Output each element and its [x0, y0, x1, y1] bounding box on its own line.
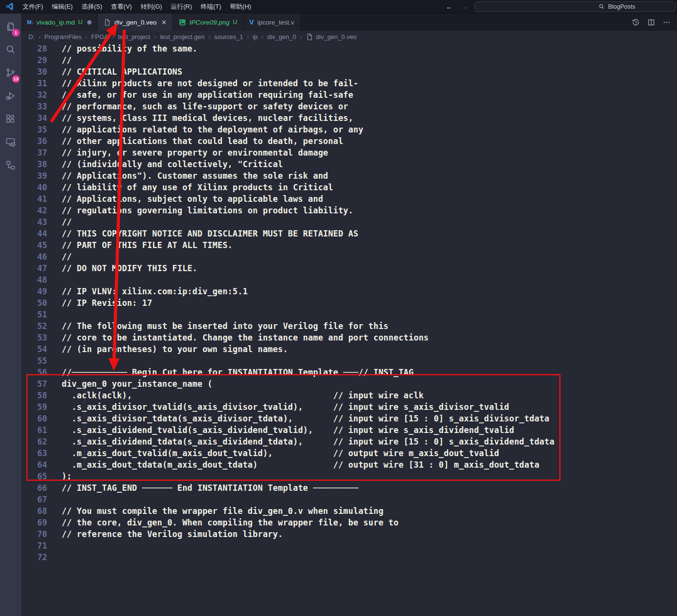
code-line[interactable]: 70// reference the Verilog simulation li… [21, 528, 677, 540]
line-text: // regulations governing limitations on … [62, 205, 353, 216]
split-editor-icon[interactable] [647, 18, 655, 26]
tab-vivado_ip.md[interactable]: M↓vivado_ip.mdU [21, 13, 98, 31]
menu-item-2[interactable]: 选择(S) [77, 0, 106, 13]
code-line[interactable]: 54// (in parentheses) to your own signal… [21, 343, 677, 355]
tab-div_gen_0.veo[interactable]: div_gen_0.veo✕ [98, 13, 173, 31]
tab-bar: M↓vivado_ip.mdU div_gen_0.veo✕ IPCore09.… [21, 13, 677, 31]
code-line[interactable]: 39// Applications"). Customer assumes th… [21, 170, 677, 182]
vscode-logo-icon [5, 2, 14, 11]
code-line[interactable]: 50// IP Revision: 17 [21, 297, 677, 309]
code-line[interactable]: 68// You must compile the wrapper file d… [21, 505, 677, 517]
breadcrumb-segment-2[interactable]: FPGA [91, 33, 108, 40]
code-line[interactable]: 72 [21, 551, 677, 563]
breadcrumb-segment-7[interactable]: div_gen_0 [267, 33, 296, 40]
code-line[interactable]: 43// [21, 216, 677, 228]
code-line[interactable]: 33// performance, such as life-support o… [21, 101, 677, 112]
nav-arrows: ← → [446, 2, 475, 11]
menu-item-4[interactable]: 转到(G) [136, 0, 167, 13]
menu-item-3[interactable]: 查看(V) [106, 0, 136, 13]
activitybar-item-extensions[interactable] [0, 108, 21, 131]
line-number: 54 [21, 343, 47, 355]
code-line[interactable]: 40// liability of any use of Xilinx prod… [21, 182, 677, 193]
modified-dot-icon[interactable] [87, 20, 92, 25]
menu-item-7[interactable]: 帮助(H) [226, 0, 255, 13]
activitybar-item-remote-explorer[interactable] [0, 131, 21, 155]
activitybar-item-search[interactable] [0, 39, 21, 62]
code-line[interactable]: 46// [21, 251, 677, 262]
activitybar-item-structure[interactable] [0, 155, 21, 178]
breadcrumb-segment-5[interactable]: sources_1 [214, 33, 243, 40]
code-line[interactable]: 45// PART OF THIS FILE AT ALL TIMES. [21, 239, 677, 251]
vscode-logo[interactable] [0, 2, 18, 11]
code-line[interactable]: 59 .s_axis_divisor_tvalid(s_axis_divisor… [21, 401, 677, 413]
breadcrumb-segment-3[interactable]: test_project [118, 33, 150, 40]
code-line[interactable]: 66// INST_TAG_END ────── End INSTANTIATI… [21, 482, 677, 494]
tab-ipcore_test.v[interactable]: Vipcore_test.v [243, 13, 300, 31]
code-line[interactable]: 62 .s_axis_dividend_tdata(s_axis_dividen… [21, 436, 677, 447]
code-line[interactable]: 31// Xilinx products are not designed or… [21, 78, 677, 89]
line-number: 46 [21, 251, 47, 262]
more-actions-icon[interactable] [663, 18, 671, 26]
code-line[interactable]: 67 [21, 494, 677, 505]
code-line[interactable]: 37// injury, or severe property or envir… [21, 147, 677, 158]
code-line[interactable]: 38// (individually and collectively, "Cr… [21, 158, 677, 170]
menu-item-5[interactable]: 运行(R) [166, 0, 196, 13]
line-number: 49 [21, 286, 47, 297]
activitybar-item-run-and-debug[interactable] [0, 85, 21, 108]
code-line[interactable]: 64 .m_axis_dout_tdata(m_axis_dout_tdata)… [21, 459, 677, 471]
nav-back-button[interactable]: ← [446, 2, 453, 11]
code-line[interactable]: 44// THIS COPYRIGHT NOTICE AND DISCLAIME… [21, 228, 677, 239]
activitybar-item-source-control[interactable]: 13 [0, 62, 21, 85]
code-line[interactable]: 61 .s_axis_dividend_tvalid(s_axis_divide… [21, 424, 677, 436]
line-text: // Xilinx products are not designed or i… [62, 78, 358, 89]
nav-forward-button[interactable]: → [461, 2, 468, 11]
menu-item-0[interactable]: 文件(F) [18, 0, 48, 13]
code-line[interactable]: 58 .aclk(aclk), // input wire aclk [21, 390, 677, 401]
line-text: .s_axis_dividend_tvalid(s_axis_dividend_… [62, 424, 514, 436]
code-line[interactable]: 47// DO NOT MODIFY THIS FILE. [21, 262, 677, 274]
breadcrumb-segment-1[interactable]: ProgramFiles [44, 33, 81, 40]
code-line[interactable]: 69// the core, div_gen_0. When compiling… [21, 517, 677, 528]
line-number: 30 [21, 66, 47, 78]
code-line[interactable]: 49// IP VLNV: xilinx.com:ip:div_gen:5.1 [21, 286, 677, 297]
code-line[interactable]: 51 [21, 309, 677, 320]
code-line[interactable]: 32// safe, or for use in any application… [21, 89, 677, 101]
breadcrumb-segment-6[interactable]: ip [252, 33, 257, 40]
close-tab-icon[interactable]: ✕ [161, 19, 167, 26]
line-text: // injury, or severe property or environ… [62, 147, 328, 158]
code-line[interactable]: 34// systems, Class III medical devices,… [21, 112, 677, 124]
line-text: .aclk(aclk), // input wire aclk [62, 390, 424, 401]
line-text: // [62, 216, 72, 228]
code-line[interactable]: 53// core to be instantiated. Change the… [21, 332, 677, 343]
code-line[interactable]: 48 [21, 274, 677, 286]
command-center-searchbox[interactable]: BlogPosts [475, 1, 676, 12]
code-line[interactable]: 56//─────────── Begin Cut here for INSTA… [21, 367, 677, 378]
tab-IPCore09.png[interactable]: IPCore09.pngU [173, 13, 243, 31]
menu-item-6[interactable]: 终端(T) [196, 0, 226, 13]
timeline-icon[interactable] [632, 18, 640, 26]
code-line[interactable]: 28// possibility of the same. [21, 43, 677, 54]
code-editor[interactable]: 28// possibility of the same.29//30// CR… [21, 43, 677, 616]
code-line[interactable]: 52// The following must be inserted into… [21, 320, 677, 332]
code-line[interactable]: 35// applications related to the deploym… [21, 124, 677, 135]
code-line[interactable]: 41// Applications, subject only to appli… [21, 193, 677, 205]
code-line[interactable]: 57div_gen_0 your_instance_name ( [21, 378, 677, 390]
breadcrumb-segment-0[interactable]: D: [28, 33, 35, 40]
tab-label: vivado_ip.md [37, 19, 75, 26]
code-line[interactable]: 42// regulations governing limitations o… [21, 205, 677, 216]
breadcrumb-segment-4[interactable]: test_project.gen [160, 33, 205, 40]
code-line[interactable]: 55 [21, 355, 677, 367]
code-line[interactable]: 63 .m_axis_dout_tvalid(m_axis_dout_tvali… [21, 447, 677, 459]
code-line[interactable]: 36// other applications that could lead … [21, 135, 677, 147]
code-line[interactable]: 65); [21, 471, 677, 482]
activitybar-item-explorer[interactable]: 1 [0, 16, 21, 39]
line-number: 31 [21, 78, 47, 89]
line-number: 43 [21, 216, 47, 228]
code-line[interactable]: 30// CRITICAL APPLICATIONS [21, 66, 677, 78]
code-line[interactable]: 60 .s_axis_divisor_tdata(s_axis_divisor_… [21, 413, 677, 424]
breadcrumb-file[interactable]: div_gen_0.veo [306, 33, 357, 40]
code-line[interactable]: 29// [21, 54, 677, 66]
indent-guide [84, 390, 85, 471]
menu-item-1[interactable]: 编辑(E) [48, 0, 77, 13]
code-line[interactable]: 71 [21, 540, 677, 551]
